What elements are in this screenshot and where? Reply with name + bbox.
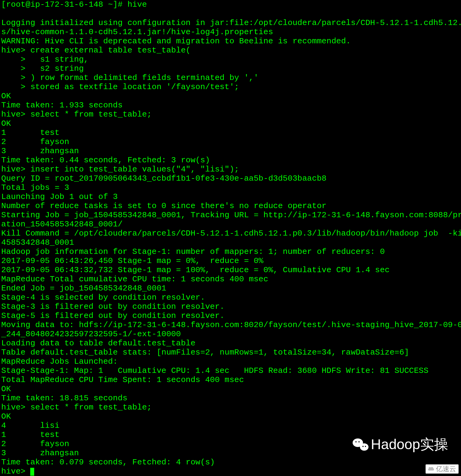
wechat-icon xyxy=(353,438,368,451)
wechat-overlay-label: Hadoop实操 xyxy=(371,435,448,454)
terminal-output: [root@ip-172-31-6-148 ~]# hive Logging i… xyxy=(1,0,460,467)
watermark-badge: 亿速云 xyxy=(426,464,459,474)
wechat-overlay: Hadoop实操 xyxy=(353,435,448,454)
terminal-prompt: hive> xyxy=(1,467,30,476)
svg-point-0 xyxy=(429,467,430,469)
cloud-icon xyxy=(427,466,435,472)
terminal-window[interactable]: [root@ip-172-31-6-148 ~]# hive Logging i… xyxy=(0,0,461,476)
watermark-label: 亿速云 xyxy=(436,466,456,472)
terminal-cursor-icon xyxy=(30,468,34,476)
